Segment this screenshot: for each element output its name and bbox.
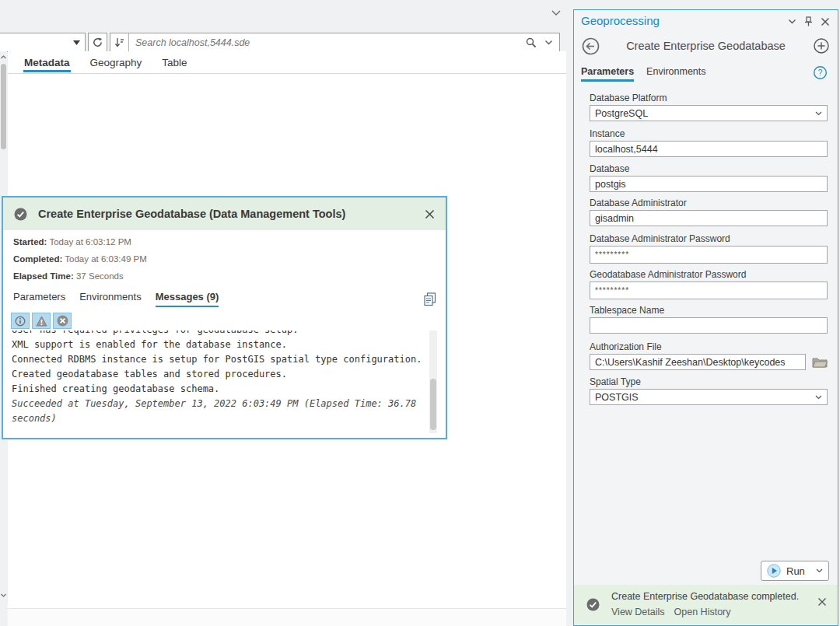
run-button[interactable]: Run: [761, 561, 829, 581]
authorization-file-input[interactable]: C:\Users\Kashif Zeeshan\Desktop\keycodes: [590, 354, 806, 370]
log-line: User has required privileges for geodata…: [12, 330, 427, 337]
run-play-icon: [767, 564, 781, 578]
combo-dropdown-icon: [73, 40, 80, 45]
run-dropdown-chevron-icon[interactable]: [816, 568, 823, 573]
dialog-tab-parameters[interactable]: Parameters: [13, 291, 65, 307]
left-pane-bottom-strip: [8, 608, 566, 626]
dialog-header: Create Enterprise Geodatabase (Data Mana…: [3, 198, 446, 230]
message-log[interactable]: User has required privileges for geodata…: [12, 330, 427, 432]
field-value: gisadmin: [595, 213, 634, 224]
add-tool-button[interactable]: [814, 38, 829, 54]
browse-folder-button[interactable]: [812, 356, 828, 368]
chevron-down-icon: [815, 395, 822, 400]
message-filter-bar: [11, 313, 72, 329]
started-label: Started:: [13, 237, 47, 247]
filter-info-button[interactable]: [11, 313, 30, 329]
log-scrollbar-thumb[interactable]: [430, 379, 436, 430]
dialog-title: Create Enterprise Geodatabase (Data Mana…: [38, 208, 414, 220]
expand-ribbon-chevron-icon[interactable]: [551, 9, 562, 16]
field-label: Database Administrator: [590, 198, 828, 210]
sort-button[interactable]: [110, 33, 129, 51]
geoprocessing-panel: Geoprocessing Create Enterprise Geodatab…: [573, 9, 838, 626]
field-value: *********: [595, 286, 629, 295]
tab-geography[interactable]: Geography: [89, 54, 143, 73]
open-history-link[interactable]: Open History: [674, 607, 731, 617]
spatial-type-select[interactable]: POSTGIS: [590, 389, 828, 405]
field-label: Database Administrator Password: [590, 233, 828, 246]
field-label: Database: [590, 163, 828, 176]
completed-label: Completed:: [13, 254, 62, 264]
log-scrollbar[interactable]: [429, 330, 437, 433]
database-admin-password-input[interactable]: *********: [590, 246, 828, 264]
log-line: Finished creating geodatabase schema.: [12, 382, 427, 397]
field-label: Authorization File: [590, 341, 828, 354]
field-label: Spatial Type: [590, 376, 828, 389]
panel-tab-bar: Parameters Environments: [581, 66, 706, 82]
log-line: XML support is enabled for the database …: [12, 337, 427, 352]
scroll-down-icon[interactable]: [0, 593, 7, 598]
field-label: Geodatabase Administrator Password: [590, 269, 828, 282]
pin-icon: [804, 16, 813, 26]
instance-input[interactable]: localhost,5444: [590, 141, 828, 157]
field-value: C:\Users\Kashif Zeeshan\Desktop\keycodes: [595, 357, 786, 368]
close-icon: [821, 17, 830, 26]
scroll-up-icon[interactable]: [0, 54, 7, 60]
panel-close-button[interactable]: [821, 17, 830, 26]
copy-icon: [424, 292, 436, 306]
log-line: Created geodatabase tables and stored pr…: [12, 367, 427, 382]
elapsed-row: Elapsed Time: 37 Seconds: [13, 271, 124, 281]
search-bar: [110, 33, 560, 52]
elapsed-label: Elapsed Time:: [13, 271, 74, 281]
copy-messages-button[interactable]: [424, 292, 436, 306]
dialog-close-button[interactable]: [425, 209, 435, 219]
field-label: Instance: [590, 128, 828, 141]
folder-icon: [812, 356, 828, 368]
close-icon: [817, 597, 827, 607]
svg-text:?: ?: [818, 68, 823, 77]
view-details-link[interactable]: View Details: [611, 607, 665, 617]
filter-error-button[interactable]: [53, 313, 72, 329]
close-icon: [425, 209, 435, 219]
refresh-button[interactable]: [88, 33, 107, 52]
dialog-tab-environments[interactable]: Environments: [79, 291, 141, 307]
succeeded-line: Succeeded at Tuesday, September 13, 2022…: [12, 397, 427, 426]
filter-warning-button[interactable]: [32, 313, 51, 329]
field-value: *********: [595, 250, 629, 259]
tab-table[interactable]: Table: [161, 54, 187, 73]
dialog-tab-messages[interactable]: Messages (9): [156, 291, 219, 307]
scrollbar-thumb[interactable]: [1, 64, 6, 149]
info-icon: [15, 316, 26, 327]
search-input[interactable]: [129, 37, 526, 48]
field-value: localhost,5444: [595, 144, 658, 155]
field-value: postgis: [595, 179, 626, 190]
error-icon: [57, 315, 68, 327]
search-options-chevron-icon[interactable]: [544, 40, 553, 45]
panel-menu-chevron-icon[interactable]: [788, 19, 796, 24]
completed-row: Completed: Today at 6:03:49 PM: [13, 254, 147, 264]
tablespace-name-input[interactable]: [590, 317, 828, 334]
help-icon: ?: [814, 66, 827, 79]
location-combo[interactable]: [0, 33, 86, 52]
search-icon[interactable]: [526, 37, 537, 48]
refresh-icon: [92, 37, 103, 48]
started-row: Started: Today at 6:03:12 PM: [13, 237, 131, 247]
database-admin-input[interactable]: gisadmin: [590, 210, 828, 226]
database-platform-select[interactable]: PostgreSQL: [590, 105, 828, 121]
completed-value: Today at 6:03:49 PM: [65, 254, 146, 264]
panel-tab-environments[interactable]: Environments: [646, 66, 705, 82]
geodatabase-admin-password-input[interactable]: *********: [590, 282, 828, 299]
plus-icon: [814, 38, 829, 54]
chevron-down-icon: [815, 111, 822, 116]
help-button[interactable]: ?: [814, 66, 827, 79]
panel-title: Geoprocessing: [581, 14, 660, 27]
completion-notification: Create Enterprise Geodatabase completed.…: [574, 585, 838, 625]
tool-title: Create Enterprise Geodatabase: [574, 40, 838, 52]
run-label: Run: [786, 565, 805, 577]
database-input[interactable]: postgis: [590, 176, 828, 192]
pin-button[interactable]: [804, 16, 813, 26]
panel-tab-parameters[interactable]: Parameters: [581, 66, 634, 82]
success-icon: [14, 208, 27, 221]
tab-metadata[interactable]: Metadata: [23, 54, 71, 73]
field-label: Tablespace Name: [590, 305, 828, 317]
notification-close-button[interactable]: [817, 597, 827, 607]
